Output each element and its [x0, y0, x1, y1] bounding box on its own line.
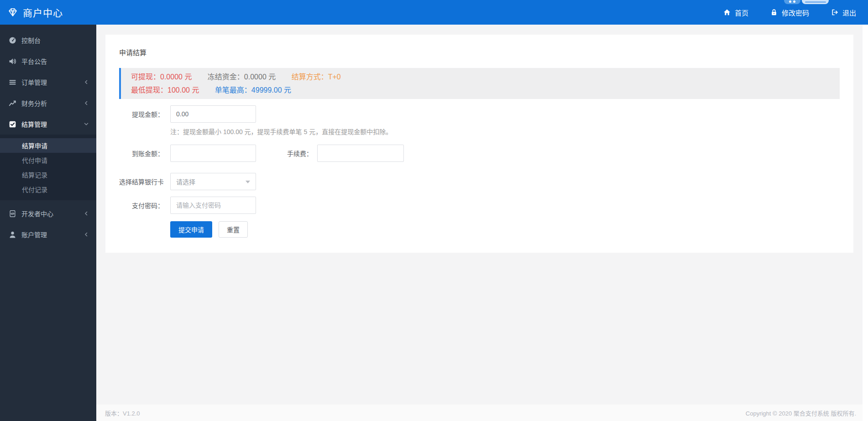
nav-change-password-label: 修改密码	[782, 8, 809, 17]
footer: 版本：V1.2.0 Copyright © 2020 聚合支付系统 版权所有.	[96, 405, 863, 421]
lock-icon	[770, 9, 778, 16]
min-withdraw: 最低提现：100.00 元	[131, 86, 199, 94]
alert-line-1: 可提现：0.0000 元 冻结资金：0.0000 元 结算方式：T+0	[131, 70, 830, 83]
gauge-icon	[8, 36, 16, 44]
settlement-submenu: 结算申请 代付申请 结算记录 代付记录	[0, 135, 96, 200]
extension-dots	[784, 0, 800, 4]
pay-password-label: 支付密码：	[119, 201, 170, 210]
withdraw-note: 注：提现金额最小 100.00 元，提现手续费单笔 5 元，直接在提现金额中扣除…	[119, 127, 840, 136]
sidebar-item-dashboard[interactable]: 控制台	[0, 30, 96, 51]
sidebar-item-label: 结算管理	[21, 120, 84, 129]
user-icon	[8, 231, 16, 239]
frozen-amount: 冻结资金：0.0000 元	[208, 73, 276, 81]
sidebar-item-label: 账户管理	[21, 230, 84, 239]
settlement-method: 结算方式：T+0	[292, 73, 341, 81]
sidebar-item-label: 财务分析	[21, 99, 84, 108]
pay-password-row: 支付密码：	[119, 197, 840, 214]
scrollbar-track[interactable]	[863, 25, 868, 421]
home-icon	[723, 9, 731, 16]
submenu-item-label: 结算记录	[22, 170, 47, 179]
announcement-icon	[8, 57, 16, 65]
submenu-item-settlement-apply[interactable]: 结算申请	[0, 138, 96, 153]
fee-label: 手续费：	[256, 149, 317, 158]
footer-version: 版本：V1.2.0	[105, 409, 140, 417]
brand-title: 商户中心	[23, 5, 63, 19]
gem-logo-icon	[7, 7, 18, 18]
withdraw-amount-row: 提现金额：	[119, 105, 840, 123]
arrival-amount-input[interactable]	[170, 145, 256, 162]
footer-copyright: Copyright © 2020 聚合支付系统 版权所有.	[746, 409, 856, 417]
sidebar-item-label: 订单管理	[21, 78, 84, 87]
submenu-item-label: 结算申请	[22, 141, 47, 150]
chevron-down-icon	[84, 121, 89, 127]
sidebar-item-settlement[interactable]: 结算管理	[0, 114, 96, 135]
bank-card-select[interactable]: 请选择	[170, 173, 256, 190]
nav-home[interactable]: 首页	[723, 8, 748, 17]
signout-icon	[831, 9, 838, 16]
nav-logout-label: 退出	[842, 8, 856, 17]
sidebar-item-account[interactable]: 账户管理	[0, 224, 96, 245]
nav-change-password[interactable]: 修改密码	[770, 8, 809, 17]
pay-password-input[interactable]	[170, 197, 256, 214]
sidebar-item-announcements[interactable]: 平台公告	[0, 51, 96, 72]
sidebar: 控制台 平台公告 订单管理	[0, 25, 96, 421]
sidebar-item-label: 平台公告	[21, 57, 89, 66]
browser-extension-overlay[interactable]	[784, 0, 829, 4]
page-title: 申请结算	[119, 47, 840, 57]
file-code-icon	[8, 210, 16, 218]
content-spacer	[96, 253, 863, 405]
list-icon	[8, 78, 16, 86]
submenu-item-label: 代付记录	[22, 185, 47, 194]
bank-card-row: 选择结算银行卡 请选择	[119, 173, 840, 190]
submit-button[interactable]: 提交申请	[170, 221, 212, 238]
bank-card-selected-value: 请选择	[176, 177, 195, 186]
fee-input[interactable]	[317, 145, 404, 162]
available-amount: 可提现：0.0000 元	[131, 73, 192, 81]
nav-home-label: 首页	[735, 8, 748, 17]
sidebar-item-label: 开发者中心	[21, 209, 84, 218]
sidebar-item-orders[interactable]: 订单管理	[0, 72, 96, 93]
chevron-left-icon	[84, 232, 89, 237]
arrival-fee-row: 到账金额： 手续费：	[119, 145, 840, 162]
submenu-item-settlement-records[interactable]: 结算记录	[0, 167, 96, 182]
max-single: 单笔最高：49999.00 元	[215, 86, 291, 94]
header-nav: 首页 修改密码	[723, 8, 868, 17]
check-square-icon	[8, 120, 16, 128]
top-header: 商户中心 首页 修改密码	[0, 0, 868, 25]
main-content: 申请结算 可提现：0.0000 元 冻结资金：0.0000 元 结算方式：T+0…	[96, 25, 863, 421]
caret-down-icon	[246, 181, 250, 183]
submenu-item-payout-apply[interactable]: 代付申请	[0, 153, 96, 167]
extension-label-pill	[802, 0, 829, 4]
sidebar-item-label: 控制台	[21, 36, 89, 45]
chart-line-icon	[8, 99, 16, 107]
settlement-info-alert: 可提现：0.0000 元 冻结资金：0.0000 元 结算方式：T+0 最低提现…	[119, 68, 840, 99]
chevron-left-icon	[84, 211, 89, 216]
chevron-left-icon	[84, 79, 89, 85]
reset-button[interactable]: 重置	[219, 221, 248, 238]
arrival-amount-label: 到账金额：	[119, 149, 170, 158]
alert-line-2: 最低提现：100.00 元 单笔最高：49999.00 元	[131, 83, 830, 97]
withdraw-amount-label: 提现金额：	[119, 109, 170, 119]
submenu-item-label: 代付申请	[22, 156, 47, 165]
withdraw-amount-input[interactable]	[170, 105, 256, 123]
nav-logout[interactable]: 退出	[831, 8, 856, 17]
sidebar-item-finance[interactable]: 财务分析	[0, 93, 96, 114]
settlement-form: 提现金额： 注：提现金额最小 100.00 元，提现手续费单笔 5 元，直接在提…	[119, 105, 840, 238]
bank-card-label: 选择结算银行卡	[119, 177, 170, 186]
settlement-apply-card: 申请结算 可提现：0.0000 元 冻结资金：0.0000 元 结算方式：T+0…	[105, 35, 853, 253]
submenu-item-payout-records[interactable]: 代付记录	[0, 182, 96, 197]
brand[interactable]: 商户中心	[0, 5, 63, 19]
merchant-center-app: 商户中心 首页 修改密码	[0, 0, 868, 421]
chevron-left-icon	[84, 100, 89, 106]
form-actions: 提交申请 重置	[119, 221, 840, 238]
sidebar-item-developer[interactable]: 开发者中心	[0, 203, 96, 224]
